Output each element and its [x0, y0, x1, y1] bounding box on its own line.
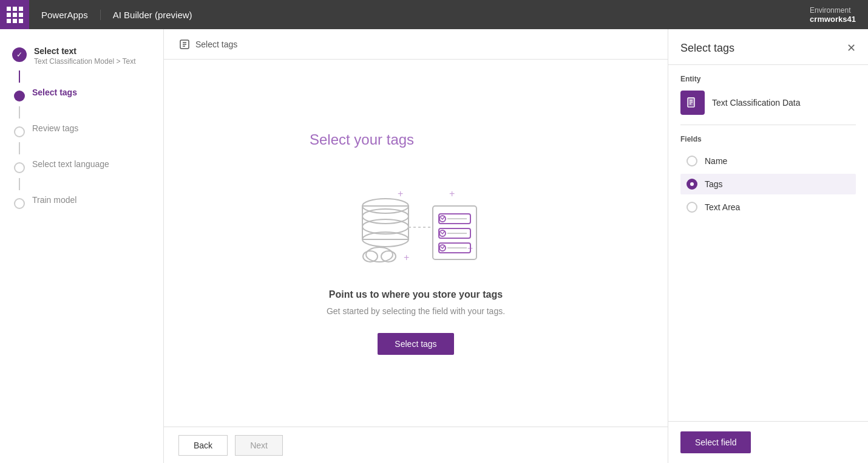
svg-point-9 [366, 247, 393, 262]
connector-1 [19, 70, 20, 83]
environment-info: Environment crmworks41 [810, 6, 868, 24]
connector-3 [19, 142, 20, 154]
illustration: + + + + [343, 173, 489, 270]
sidebar-step-select-text[interactable]: ✓ Select text Text Classification Model … [0, 41, 163, 70]
field-name-label: Name [705, 156, 727, 166]
entity-icon [680, 91, 705, 115]
select-field-button[interactable]: Select field [680, 431, 751, 453]
step-content-review-tags: Review tags [32, 123, 151, 133]
step-indicator-review-tags [14, 126, 25, 137]
step-title-select-tags: Select tags [32, 87, 151, 97]
svg-text:+: + [398, 188, 403, 199]
panel-footer: Select field [668, 421, 868, 463]
module-title: AI Builder (preview) [101, 10, 205, 20]
step-indicator-select-text: ✓ [12, 47, 27, 62]
step-content-select-text: Select text Text Classification Model > … [34, 46, 151, 66]
panel-divider [680, 125, 856, 125]
step-title-select-text: Select text [34, 46, 151, 56]
entity-icon-svg [686, 96, 699, 109]
content-header: Select tags [164, 29, 668, 60]
svg-text:+: + [404, 252, 409, 262]
environment-value: crmworks41 [810, 15, 856, 24]
field-radio-textarea[interactable] [687, 202, 697, 213]
step-title-language: Select text language [32, 159, 151, 169]
main-layout: ✓ Select text Text Classification Model … [0, 29, 868, 463]
step-indicator-select-tags [14, 91, 25, 101]
environment-label: Environment [810, 6, 850, 15]
connector-4 [19, 178, 20, 190]
panel-header: Select tags ✕ [668, 29, 868, 65]
step-content-select-tags: Select tags [32, 87, 151, 97]
step-content-train: Train model [32, 195, 151, 205]
back-button[interactable]: Back [178, 435, 228, 456]
field-item-textarea[interactable]: Text Area [680, 197, 856, 218]
field-item-name[interactable]: Name [680, 151, 856, 171]
step-content-language: Select text language [32, 159, 151, 169]
tags-illustration: + + + + [343, 173, 489, 270]
field-tags-label: Tags [705, 179, 723, 189]
entity-item: Text Classification Data [680, 91, 856, 115]
step-subtitle-select-text: Text Classification Model > Text [34, 57, 151, 66]
content-area: Select tags Select your tags [164, 29, 668, 463]
entity-name: Text Classification Data [712, 98, 801, 108]
entity-section-label: Entity [680, 75, 856, 83]
sidebar-step-select-text-language[interactable]: Select text language [0, 154, 163, 178]
step-indicator-language [14, 162, 25, 173]
step-title-train: Train model [32, 195, 151, 205]
sidebar: ✓ Select text Text Classification Model … [0, 29, 164, 463]
svg-rect-27 [688, 97, 694, 106]
step-indicator-train [14, 198, 25, 209]
panel-close-button[interactable]: ✕ [847, 41, 856, 55]
apps-grid-icon [7, 7, 23, 23]
field-radio-tags[interactable] [687, 179, 697, 190]
step-title-review-tags: Review tags [32, 123, 151, 133]
panel-body: Entity Text Classification Data Fields [668, 65, 868, 421]
checkmark-icon: ✓ [16, 50, 22, 59]
point-subtitle: Get started by selecting the field with … [327, 306, 505, 316]
point-heading: Point us to where you store your tags [329, 289, 503, 300]
field-item-tags[interactable]: Tags [680, 174, 856, 194]
breadcrumb-icon [178, 38, 191, 50]
breadcrumb: Select tags [195, 39, 237, 49]
fields-section-label: Fields [680, 135, 856, 143]
sidebar-step-review-tags[interactable]: Review tags [0, 118, 163, 142]
field-radio-name[interactable] [687, 156, 697, 166]
sidebar-step-train-model[interactable]: Train model [0, 190, 163, 214]
panel-title: Select tags [680, 42, 734, 55]
page-title: Select your tags [188, 131, 414, 148]
content-main: Select your tags + [164, 60, 668, 427]
apps-button[interactable] [0, 0, 29, 29]
sidebar-step-select-tags[interactable]: Select tags [0, 83, 163, 106]
content-footer: Back Next [164, 427, 668, 463]
connector-2 [19, 106, 20, 118]
svg-text:+: + [449, 188, 455, 199]
select-tags-panel: Select tags ✕ Entity Text Classification… [668, 29, 868, 463]
powerapps-title: PowerApps [29, 10, 101, 20]
select-tags-button[interactable]: Select tags [378, 333, 453, 355]
field-textarea-label: Text Area [705, 202, 740, 212]
next-button[interactable]: Next [235, 435, 283, 456]
top-nav: PowerApps AI Builder (preview) Environme… [0, 0, 868, 29]
